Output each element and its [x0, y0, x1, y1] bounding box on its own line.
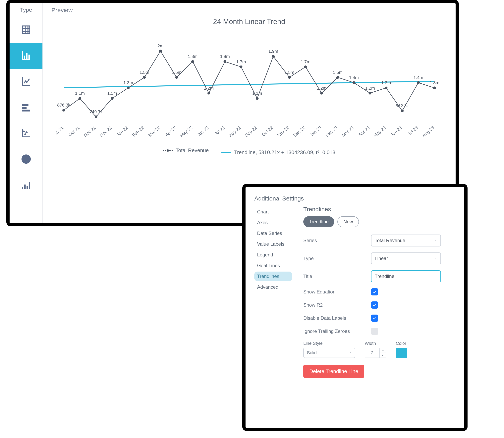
series-select-value: Total Revenue [375, 238, 405, 243]
svg-text:1.5m: 1.5m [285, 70, 294, 75]
svg-point-55 [353, 81, 355, 84]
svg-text:1.5m: 1.5m [172, 70, 182, 75]
svg-text:1.1m: 1.1m [107, 91, 117, 96]
new-pill[interactable]: New [337, 216, 359, 227]
svg-point-31 [224, 60, 226, 63]
table-icon [21, 24, 32, 36]
svg-point-22 [175, 76, 178, 79]
delete-trendline-button[interactable]: Delete Trendline Line [303, 365, 364, 378]
type-select[interactable]: Linear [371, 252, 441, 264]
pie-chart-icon [21, 153, 32, 165]
svg-text:Nov 22: Nov 22 [276, 125, 290, 138]
chart-plot-box: 876.3kSep 211.1mOct 21749.7kNov 211.1mDe… [56, 34, 442, 141]
type-hex[interactable] [10, 121, 42, 147]
svg-text:Jun 22: Jun 22 [196, 125, 209, 138]
settings-nav-goal-lines[interactable]: Goal Lines [254, 261, 292, 270]
svg-text:Oct 21: Oct 21 [67, 125, 80, 137]
svg-text:Nov 21: Nov 21 [83, 125, 96, 138]
type-label: Type [303, 256, 371, 261]
color-swatch[interactable] [396, 348, 407, 358]
type-hbar[interactable] [10, 95, 42, 121]
svg-text:1.2m: 1.2m [365, 86, 375, 91]
ignore-trailing-zeroes-checkbox[interactable] [371, 328, 378, 335]
svg-text:Jun 23: Jun 23 [389, 125, 403, 138]
svg-point-43 [288, 76, 291, 79]
svg-text:Sep 22: Sep 22 [244, 125, 258, 138]
line-style-value: Solid [307, 350, 317, 355]
series-select[interactable]: Total Revenue [371, 235, 441, 246]
svg-text:Oct 22: Oct 22 [261, 125, 274, 137]
svg-text:1.8m: 1.8m [220, 54, 230, 59]
title-label: Title [303, 274, 371, 279]
svg-point-10 [111, 97, 114, 100]
disable-datalabels-label: Disable Data Labels [303, 315, 371, 321]
type-table[interactable] [10, 17, 42, 43]
width-increment[interactable]: + [380, 348, 386, 353]
waterfall-chart-icon [21, 179, 32, 191]
type-pie[interactable] [10, 147, 42, 172]
svg-point-28 [207, 92, 210, 95]
width-decrement[interactable]: - [380, 353, 386, 358]
svg-point-4 [79, 97, 81, 100]
chart-title: 24 Month Linear Trend [51, 18, 447, 26]
show-r2-checkbox[interactable] [371, 301, 378, 309]
settings-nav-trendlines[interactable]: Trendlines [254, 272, 292, 281]
svg-point-16 [143, 76, 146, 79]
hex-chart-icon [21, 128, 32, 140]
width-stepper[interactable]: 2 + - [365, 348, 386, 358]
preview-label: Preview [51, 7, 447, 13]
sidebar-title: Type [10, 7, 42, 13]
settings-nav-axes[interactable]: Axes [254, 218, 292, 227]
svg-text:862.3k: 862.3k [396, 103, 409, 108]
settings-nav-legend[interactable]: Legend [254, 250, 292, 260]
svg-text:1.4m: 1.4m [349, 75, 359, 80]
type-column[interactable] [10, 43, 42, 69]
show-equation-checkbox[interactable] [371, 288, 378, 296]
chevron-down-icon [348, 350, 352, 355]
settings-nav-chart[interactable]: Chart [254, 207, 292, 217]
settings-content: Trendlines Trendline New Series Total Re… [303, 206, 456, 378]
trendline-pill[interactable]: Trendline [303, 216, 334, 227]
disable-datalabels-checkbox[interactable] [371, 315, 378, 322]
settings-nav-advanced[interactable]: Advanced [254, 282, 292, 292]
svg-text:1.8m: 1.8m [188, 54, 197, 59]
svg-point-37 [256, 97, 258, 100]
delete-trendline-label: Delete Trendline Line [309, 368, 358, 374]
svg-text:Aug 22: Aug 22 [228, 125, 241, 138]
title-input[interactable]: Trendline [371, 270, 441, 282]
svg-text:Dec 22: Dec 22 [292, 125, 306, 138]
svg-point-1 [62, 109, 65, 111]
title-input-value: Trendline [375, 274, 394, 279]
svg-text:2m: 2m [157, 44, 164, 48]
svg-text:May 23: May 23 [372, 125, 387, 138]
legend-trendline: Trendline, 5310.21x + 1304236.09, r²=0.0… [221, 149, 335, 155]
type-line[interactable] [10, 69, 42, 95]
svg-text:Apr 22: Apr 22 [164, 125, 177, 137]
svg-point-49 [320, 92, 323, 95]
settings-nav-value-labels[interactable]: Value Labels [254, 239, 292, 249]
line-chart: 876.3kSep 211.1mOct 21749.7kNov 211.1mDe… [56, 34, 442, 141]
svg-text:Jul 23: Jul 23 [407, 125, 419, 137]
type-select-value: Linear [375, 256, 388, 261]
ignore-trailing-zeroes-label: Ignore Trailing Zeroes [303, 328, 371, 334]
type-waterfall[interactable] [10, 172, 42, 198]
svg-text:Jul 22: Jul 22 [213, 125, 226, 137]
show-r2-label: Show R2 [303, 302, 371, 308]
svg-text:749.7k: 749.7k [90, 109, 103, 114]
svg-text:1.7m: 1.7m [301, 59, 310, 64]
new-pill-label: New [343, 219, 353, 225]
svg-point-67 [417, 81, 420, 84]
color-label: Color [396, 341, 407, 346]
series-marker-icon [163, 148, 173, 153]
svg-text:1.5m: 1.5m [139, 70, 149, 75]
svg-text:Sep 21: Sep 21 [56, 125, 64, 138]
settings-nav-data-series[interactable]: Data Series [254, 229, 292, 238]
line-style-select[interactable]: Solid [303, 348, 355, 358]
svg-point-52 [336, 76, 339, 79]
svg-text:Apr 23: Apr 23 [357, 125, 371, 137]
svg-point-34 [240, 66, 242, 68]
svg-text:Jan 23: Jan 23 [309, 125, 322, 138]
svg-text:Jan 22: Jan 22 [115, 125, 129, 138]
svg-text:1.9m: 1.9m [268, 49, 278, 54]
trendline-marker-icon [221, 152, 231, 153]
